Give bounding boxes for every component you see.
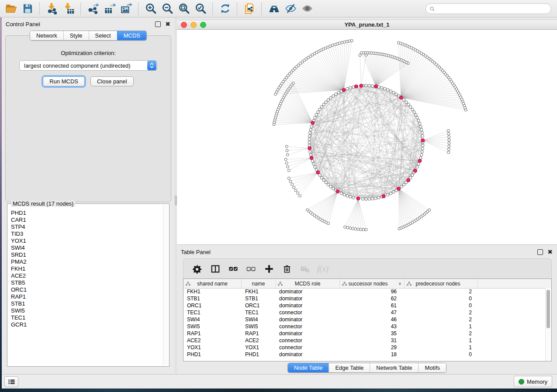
splitter-handle[interactable] <box>175 196 177 205</box>
mcds-result-item[interactable]: CAR1 <box>11 217 163 224</box>
tab-select[interactable]: Select <box>89 31 117 40</box>
network-graph[interactable] <box>177 30 557 244</box>
deselect-all-icon[interactable] <box>244 261 258 276</box>
export-network-icon[interactable] <box>85 1 101 16</box>
search-field[interactable] <box>426 3 551 14</box>
mcds-result-item[interactable]: ORC1 <box>11 286 163 293</box>
column-header-successor-nodes[interactable]: successor nodes∨ <box>340 279 405 288</box>
task-history-button[interactable] <box>4 376 18 387</box>
table-cell: TEC1 <box>183 309 242 316</box>
network-view-canvas[interactable] <box>177 30 557 244</box>
tab-network[interactable]: Network <box>30 31 63 40</box>
zoom-in-icon[interactable] <box>142 1 159 16</box>
zoom-fit-icon[interactable] <box>176 1 192 16</box>
find-icon[interactable] <box>266 1 282 16</box>
window-minimize-icon[interactable] <box>190 22 197 28</box>
table-row[interactable]: RAP1RAP1dominator352 <box>183 330 546 337</box>
mcds-result-item[interactable]: YOX1 <box>11 237 163 244</box>
table-cell: dominator <box>276 351 340 358</box>
mcds-result-item[interactable]: PHD1 <box>11 210 163 217</box>
eye-icon[interactable] <box>299 1 315 16</box>
window-zoom-icon[interactable] <box>200 22 206 28</box>
mcds-list-scrollbar[interactable] <box>163 205 169 365</box>
clone-network-icon[interactable] <box>241 1 258 16</box>
add-row-icon[interactable] <box>262 261 276 276</box>
mcds-result-item[interactable]: STP4 <box>11 224 163 230</box>
eye-slash-icon[interactable] <box>282 1 299 16</box>
zoom-out-icon[interactable] <box>159 1 176 16</box>
table-row[interactable]: PHD1PHD1dominator180 <box>183 351 546 358</box>
mcds-result-item[interactable]: SWI4 <box>11 244 163 251</box>
table-scrollbar-thumb[interactable] <box>547 290 550 328</box>
mcds-result-item[interactable]: TEC1 <box>11 314 163 321</box>
mcds-result-item[interactable]: FKH1 <box>11 265 163 272</box>
panel-splitter[interactable] <box>175 17 177 375</box>
table-tab-network-table[interactable]: Network Table <box>370 363 418 372</box>
float-panel-icon[interactable] <box>155 21 161 27</box>
import-table-icon[interactable] <box>60 1 77 16</box>
node-table: shared namenameMCDS rolesuccessor nodes∨… <box>183 279 552 361</box>
table-cell: PHD1 <box>183 351 242 358</box>
table-row[interactable]: ORC1ORC1dominator610 <box>183 302 546 309</box>
run-mcds-button[interactable]: Run MCDS <box>43 76 85 86</box>
export-image-icon[interactable] <box>118 1 135 16</box>
mcds-result-item[interactable]: GCR1 <box>11 321 163 328</box>
table-cell: SWI4 <box>242 316 276 323</box>
import-network-icon[interactable] <box>44 1 60 16</box>
table-cell: dominator <box>276 303 340 309</box>
table-row[interactable]: YOX1YOX1connector291 <box>183 344 546 351</box>
zoom-selected-icon[interactable] <box>192 1 209 16</box>
close-panel-button[interactable]: Close panel <box>90 76 134 86</box>
tab-mcds[interactable]: MCDS <box>117 31 146 40</box>
open-folder-icon[interactable] <box>3 1 19 16</box>
table-scrollbar[interactable] <box>545 288 551 361</box>
table-cell: YOX1 <box>242 344 276 351</box>
table-tab-node-table[interactable]: Node Table <box>288 363 329 372</box>
gear-icon[interactable] <box>190 261 204 276</box>
export-table-icon[interactable] <box>101 1 118 16</box>
mcds-result-list[interactable]: PHD1CAR1STP4TID3YOX1SWI4SRD1PMA2FKH1ACE2… <box>8 206 163 365</box>
mcds-result-item[interactable]: STB5 <box>11 279 163 286</box>
mcds-result-item[interactable]: SWI5 <box>11 307 163 314</box>
network-window-titlebar[interactable]: YPA_prune.txt_1 <box>177 20 557 30</box>
close-panel-icon[interactable]: ✖ <box>165 22 170 27</box>
search-input[interactable] <box>437 4 551 13</box>
mcds-result-item[interactable]: SRD1 <box>11 251 163 258</box>
table-row[interactable]: FKH1FKH1dominator962 <box>183 288 546 295</box>
close-table-panel-icon[interactable]: ✖ <box>547 250 553 254</box>
column-header-shared-name[interactable]: shared name <box>183 279 242 288</box>
table-tab-edge-table[interactable]: Edge Table <box>329 363 370 372</box>
toolbar-separator <box>39 3 40 15</box>
task-list-icon <box>8 378 15 385</box>
criterion-dropdown[interactable]: largest connected component (undirected) <box>19 60 157 71</box>
select-all-icon[interactable] <box>226 261 240 276</box>
table-tab-motifs[interactable]: Motifs <box>418 363 446 372</box>
function-icon: f(x) <box>316 261 330 276</box>
mcds-result-item[interactable]: TID3 <box>11 230 163 237</box>
refresh-icon[interactable] <box>217 1 233 16</box>
column-header-predecessor-nodes[interactable]: predecessor nodes <box>405 279 478 288</box>
mcds-result-box: MCDS result (17 nodes) PHD1CAR1STP4TID3Y… <box>7 203 170 367</box>
mcds-result-item[interactable]: RAP1 <box>11 293 163 300</box>
delete-row-icon[interactable] <box>280 261 294 276</box>
table-row[interactable]: STB1STB1dominator620 <box>183 295 546 302</box>
table-row[interactable]: ACE2ACE2connector311 <box>183 337 546 344</box>
columns-icon[interactable] <box>208 261 222 276</box>
column-header-name[interactable]: name <box>242 279 276 288</box>
mcds-result-item[interactable]: STB1 <box>11 300 163 307</box>
table-row[interactable]: TEC1TEC1connector472 <box>183 309 546 316</box>
mcds-result-item[interactable]: PMA2 <box>11 258 163 265</box>
sort-indicator-icon[interactable]: ∨ <box>398 281 401 286</box>
control-panel-header: Control Panel ✖ <box>2 17 175 30</box>
tab-style[interactable]: Style <box>63 31 89 40</box>
table-cell: SWI5 <box>183 323 242 330</box>
save-icon[interactable] <box>19 1 36 16</box>
column-header-MCDS-role[interactable]: MCDS role <box>276 279 340 288</box>
table-row[interactable]: SWI5SWI5connector431 <box>183 323 546 330</box>
float-table-panel-icon[interactable] <box>537 249 543 255</box>
memory-button[interactable]: Memory <box>514 376 552 387</box>
window-close-icon[interactable] <box>181 22 187 28</box>
mcds-result-item[interactable]: ACE2 <box>11 272 163 279</box>
table-row[interactable]: SWI4SWI4dominator462 <box>183 316 546 323</box>
desktop-wallpaper-left <box>0 17 2 389</box>
